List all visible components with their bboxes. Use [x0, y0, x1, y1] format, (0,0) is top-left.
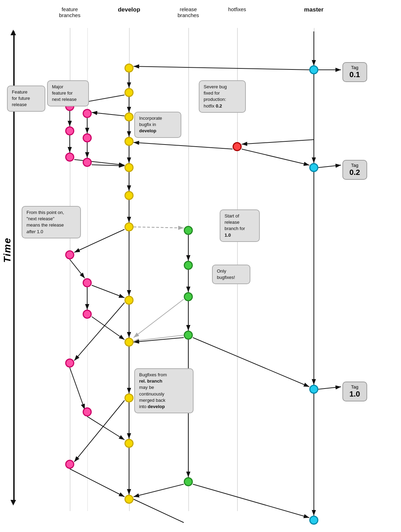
header-hotfixes: hotfixes: [216, 6, 258, 12]
tag-02-label: Tag: [349, 163, 360, 168]
tag-01-label: Tag: [349, 65, 360, 70]
node-d2: [124, 88, 134, 97]
node-d4: [124, 137, 134, 146]
svg-line-50: [134, 66, 309, 70]
node-r4: [184, 331, 193, 340]
node-f4: [83, 109, 92, 118]
node-d6: [124, 191, 134, 200]
header-feature: featurebranches: [49, 6, 91, 18]
callout-only-bugfixes: Onlybugfixes!: [212, 265, 250, 284]
node-d8: [124, 296, 134, 305]
header-develop: develop: [108, 6, 150, 13]
node-d9: [124, 338, 134, 347]
svg-line-33: [70, 469, 124, 497]
tag-01: Tag 0.1: [342, 62, 367, 82]
node-r5: [184, 477, 193, 486]
tag-02-value: 0.2: [349, 168, 360, 177]
tag-10-value: 1.0: [349, 390, 360, 399]
svg-line-46: [134, 484, 184, 497]
connector-layer: [0, 0, 401, 532]
callout-severe-bug: Severe bugfixed forproduction:hotfix 0.2: [199, 80, 246, 113]
svg-line-38: [134, 227, 184, 228]
tag-02: Tag 0.2: [342, 160, 367, 180]
node-d11: [124, 439, 134, 448]
svg-line-37: [134, 142, 233, 149]
node-hf1: [233, 142, 242, 151]
node-r1: [184, 226, 193, 235]
svg-line-44: [134, 335, 184, 341]
svg-line-23: [92, 165, 124, 166]
col-line-master: [314, 28, 315, 511]
node-m3: [309, 385, 318, 394]
svg-line-36: [242, 149, 309, 165]
callout-incorporate-bugfix: Incorporatebugfix indevelop: [134, 112, 181, 138]
svg-line-48: [134, 338, 184, 342]
node-d1: [124, 64, 134, 73]
svg-line-35: [242, 140, 314, 144]
node-d10: [124, 393, 134, 402]
node-d5: [124, 163, 134, 172]
svg-line-47: [193, 484, 309, 518]
svg-line-26: [70, 259, 85, 278]
node-d3: [124, 112, 134, 121]
svg-line-53: [318, 387, 341, 389]
tag-10-label: Tag: [349, 384, 360, 390]
node-f2: [65, 126, 74, 135]
time-arrow-bottom: [10, 500, 16, 505]
svg-line-45: [134, 299, 184, 338]
tag-10: Tag 1.0: [342, 382, 367, 401]
header-release: releasebranches: [167, 6, 209, 18]
node-f12: [65, 460, 74, 469]
node-m4: [309, 516, 318, 525]
node-f11: [83, 407, 92, 416]
node-f9: [83, 310, 92, 319]
tag-01-value: 0.1: [349, 70, 360, 79]
header-master: master: [293, 6, 335, 13]
svg-line-32: [87, 416, 124, 440]
node-d12: [124, 495, 134, 504]
node-f8: [83, 278, 92, 287]
svg-line-22: [74, 160, 124, 165]
svg-line-21: [92, 112, 124, 116]
callout-major-feature: Majorfeature fornext release: [47, 80, 89, 106]
callout-start-release: Start ofreleasebranch for1.0: [220, 209, 260, 242]
svg-line-29: [92, 317, 124, 340]
callout-next-release: From this point on,"next release"means t…: [22, 206, 81, 238]
svg-line-25: [74, 229, 124, 252]
node-f7: [65, 250, 74, 259]
time-label: Time: [2, 237, 13, 263]
callout-feature-future: Featurefor futurerelease: [7, 86, 45, 112]
node-r2: [184, 261, 193, 270]
svg-line-28: [92, 285, 124, 298]
node-f10: [65, 359, 74, 368]
node-m2: [309, 163, 318, 172]
svg-line-54: [134, 499, 184, 523]
diagram: Time featurebranches develop releasebran…: [0, 0, 401, 532]
node-m1: [309, 65, 318, 74]
svg-line-31: [70, 368, 85, 409]
svg-line-52: [318, 165, 341, 168]
node-d7: [124, 222, 134, 231]
node-r3: [184, 292, 193, 301]
node-f6: [83, 158, 92, 167]
svg-line-34: [74, 400, 124, 462]
svg-line-30: [74, 303, 124, 361]
svg-line-43: [193, 338, 309, 387]
node-f3: [65, 153, 74, 162]
callout-bugfixes-merged: Bugfixes fromrel. branchmay becontinuous…: [134, 368, 194, 413]
node-f5: [83, 133, 92, 142]
